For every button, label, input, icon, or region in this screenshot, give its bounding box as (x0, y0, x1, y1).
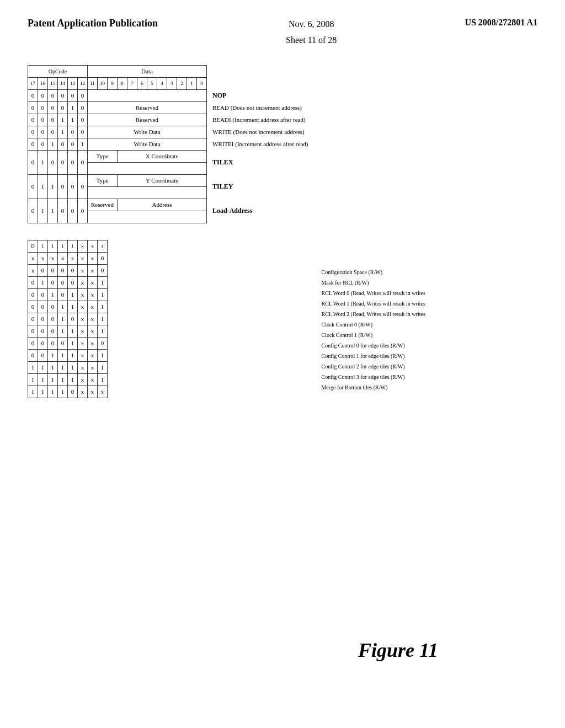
bit-2: 2 (177, 77, 187, 89)
table-row: 01000xx1 (28, 276, 108, 288)
table-row: 000000 NOP (28, 89, 311, 101)
table-row: 000110 Reserved READI (Increment address… (28, 114, 311, 126)
config-label: Config Control 0 for edge tiles (R/W) (321, 340, 425, 351)
config-label: Mask for RCL (R/W) (321, 277, 425, 288)
bit-5: 5 (147, 77, 157, 89)
table-row: 00010xx1 (28, 313, 108, 325)
figure-label: Figure 11 (358, 639, 438, 662)
bit-8: 8 (118, 77, 127, 89)
instruction-table-section: OpCode Data 17 16 15 14 13 12 11 10 9 8 … (28, 65, 310, 398)
config-label: Config Control 3 for edge tiles (R/W) (321, 372, 425, 382)
table-row: 001001 Write Data WRITEI (Increment addr… (28, 138, 311, 150)
bit-6: 6 (137, 77, 147, 89)
table-row: 00011xx1 (28, 301, 108, 313)
table-row: 11111xx1 (28, 361, 108, 373)
config-label: RCL Word 0 (Read, Writes will result in … (321, 288, 425, 298)
bit-4: 4 (157, 77, 167, 89)
main-content: OpCode Data 17 16 15 14 13 12 11 10 9 8 … (0, 54, 565, 409)
config-label: RCL Word 2 (Read, Writes will result in … (321, 309, 425, 319)
bit-15: 15 (48, 77, 58, 89)
table-row: 010000 Type X Coordinate TILEX (28, 150, 311, 162)
bit-0: 0 (197, 77, 207, 89)
sheet-info: Nov. 6, 2008 Sheet 11 of 28 (286, 17, 337, 49)
config-label: RCL Word 1 (Read, Writes will result in … (321, 298, 425, 309)
bit-13: 13 (68, 77, 78, 89)
bit-11: 11 (88, 77, 98, 89)
table-row: 011000 Reserved Address Load-Address (28, 199, 311, 211)
config-label: Clock Control 0 (R/W) (321, 319, 425, 330)
config-label: Config Control 1 for edge tiles (R/W) (321, 351, 425, 361)
table-row: 011000 Type Y Coordinate TILEY (28, 174, 311, 186)
table-row: 11111xx1 (28, 373, 108, 386)
table-row: 11110xxx (28, 386, 108, 398)
config-label: Clock Control 1 (R/W) (321, 330, 425, 340)
bit-14: 14 (58, 77, 68, 89)
bit-7: 7 (127, 77, 137, 89)
config-label: Config Control 2 for edge tiles (R/W) (321, 361, 425, 372)
bit-16: 16 (38, 77, 48, 89)
bit-10: 10 (98, 77, 108, 89)
table-row: 00111xx1 (28, 349, 108, 361)
opcode-header: OpCode (28, 65, 88, 77)
bit-1: 1 (187, 77, 197, 89)
data-header: Data (88, 65, 207, 77)
table-row: 00001xx0 (28, 337, 108, 349)
table-row: 00101xx1 (28, 288, 108, 301)
bit-9: 9 (108, 77, 118, 89)
config-labels: Configuration Space (R/W) Mask for RCL (… (321, 221, 425, 398)
table-row: 00011xx1 (28, 325, 108, 337)
config-label: Configuration Space (R/W) (321, 267, 425, 277)
table-row: x0000xx0 (28, 264, 108, 276)
instruction-table: OpCode Data 17 16 15 14 13 12 11 10 9 8 … (28, 65, 310, 223)
patent-number: US 2008/272801 A1 (465, 17, 537, 29)
config-label: Merge for Bottom tiles (R/W) (321, 382, 425, 393)
table-row: xxxxxxx0 (28, 252, 108, 264)
table-row: 000100 Write Data WRITE (Does not increm… (28, 126, 311, 138)
table-row: 000010 Reserved READ (Does not increment… (28, 101, 311, 114)
bit-17: 17 (28, 77, 38, 89)
bit-12: 12 (78, 77, 88, 89)
bit-3: 3 (167, 77, 177, 89)
publication-title: Patent Application Publication (28, 17, 158, 30)
config-table: D 1 1 1 1 x x x xxxxxxx0 x0000 (28, 240, 108, 398)
page-header: Patent Application Publication Nov. 6, 2… (0, 0, 565, 54)
